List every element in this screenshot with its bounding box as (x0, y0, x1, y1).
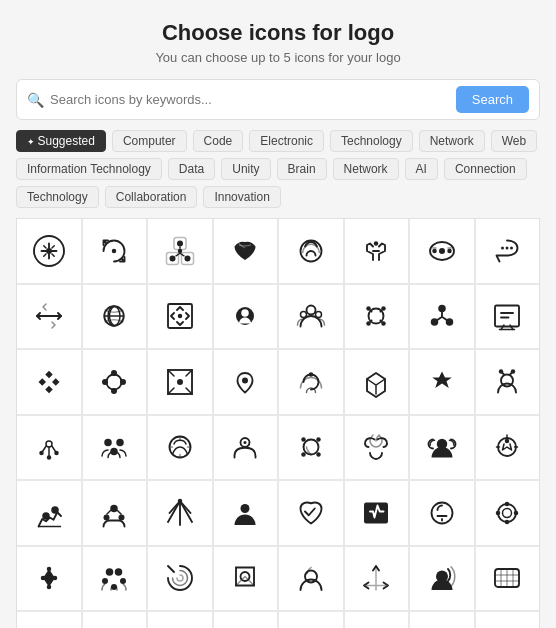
icon-cell[interactable] (345, 285, 409, 349)
tag-code[interactable]: Code (193, 130, 244, 152)
icon-cell[interactable] (83, 285, 147, 349)
tag-connection[interactable]: Connection (444, 158, 527, 180)
tag-network[interactable]: Network (419, 130, 485, 152)
svg-point-92 (178, 499, 183, 504)
svg-point-105 (47, 585, 52, 590)
icon-cell[interactable] (17, 350, 81, 414)
svg-point-3 (177, 240, 183, 246)
tag-innovation[interactable]: Innovation (203, 186, 280, 208)
icon-cell[interactable] (83, 350, 147, 414)
icon-cell[interactable] (410, 612, 474, 628)
icon-cell[interactable] (17, 416, 81, 480)
icon-cell[interactable] (148, 612, 212, 628)
tag-data[interactable]: Data (168, 158, 215, 180)
svg-point-26 (178, 314, 183, 319)
tag-web[interactable]: Web (491, 130, 537, 152)
svg-point-57 (309, 372, 314, 377)
svg-point-75 (301, 453, 306, 458)
icon-cell[interactable] (476, 285, 540, 349)
icon-cell[interactable] (17, 219, 81, 283)
tag-electronic[interactable]: Electronic (249, 130, 324, 152)
svg-point-65 (105, 439, 113, 447)
search-button[interactable]: Search (456, 86, 529, 113)
icon-cell[interactable] (410, 219, 474, 283)
icon-cell[interactable] (17, 481, 81, 545)
svg-point-98 (496, 511, 501, 516)
icon-cell[interactable] (279, 416, 343, 480)
icon-cell[interactable] (83, 481, 147, 545)
icon-cell[interactable] (148, 481, 212, 545)
icon-cell[interactable] (214, 219, 278, 283)
icon-cell[interactable] (17, 612, 81, 628)
icon-cell[interactable] (214, 285, 278, 349)
tag-technology[interactable]: Technology (330, 130, 413, 152)
svg-point-5 (184, 255, 190, 261)
tag-information-technology[interactable]: Information Technology (16, 158, 162, 180)
svg-point-72 (301, 438, 306, 443)
svg-point-29 (306, 306, 315, 315)
svg-point-30 (300, 312, 306, 318)
icon-cell[interactable] (279, 481, 343, 545)
icon-cell[interactable] (214, 481, 278, 545)
icon-cell[interactable] (410, 547, 474, 611)
icon-cell[interactable] (476, 416, 540, 480)
svg-point-99 (514, 511, 519, 516)
svg-line-85 (107, 510, 112, 515)
icon-cell[interactable] (214, 350, 278, 414)
icon-cell[interactable] (17, 285, 81, 349)
svg-point-104 (47, 567, 52, 572)
icon-cell[interactable] (279, 547, 343, 611)
tag-ai[interactable]: AI (405, 158, 438, 180)
icon-cell[interactable] (148, 285, 212, 349)
tag-brain[interactable]: Brain (277, 158, 327, 180)
tag-computer[interactable]: Computer (112, 130, 187, 152)
icon-cell[interactable] (214, 547, 278, 611)
icon-cell[interactable] (279, 612, 343, 628)
icon-cell[interactable] (345, 481, 409, 545)
svg-point-14 (374, 241, 379, 246)
svg-point-97 (503, 508, 512, 517)
svg-point-28 (242, 310, 250, 318)
icon-cell[interactable] (345, 219, 409, 283)
page-subtitle: You can choose up to 5 icons for your lo… (16, 50, 540, 65)
icon-cell[interactable] (148, 350, 212, 414)
icon-cell[interactable] (279, 285, 343, 349)
svg-point-55 (177, 379, 183, 385)
icon-cell[interactable] (410, 350, 474, 414)
icon-cell[interactable] (476, 612, 540, 628)
svg-point-16 (432, 249, 437, 254)
icon-cell[interactable] (17, 547, 81, 611)
icon-cell[interactable] (83, 416, 147, 480)
icon-cell[interactable] (279, 219, 343, 283)
svg-point-2 (112, 249, 117, 254)
tag-suggested[interactable]: ✦ Suggested (16, 130, 106, 152)
icon-cell[interactable] (345, 547, 409, 611)
tag-unity[interactable]: Unity (221, 158, 270, 180)
icon-cell[interactable] (279, 350, 343, 414)
icon-cell[interactable] (148, 219, 212, 283)
search-input[interactable] (50, 92, 456, 107)
icon-cell[interactable] (148, 416, 212, 480)
icon-cell[interactable] (410, 481, 474, 545)
icon-cell[interactable] (345, 416, 409, 480)
icon-cell[interactable] (83, 547, 147, 611)
svg-line-86 (117, 510, 122, 515)
tag-network[interactable]: Network (333, 158, 399, 180)
icon-cell[interactable] (476, 350, 540, 414)
tag-technology[interactable]: Technology (16, 186, 99, 208)
tag-collaboration[interactable]: Collaboration (105, 186, 198, 208)
icon-cell[interactable] (410, 285, 474, 349)
icon-cell[interactable] (214, 612, 278, 628)
icon-cell[interactable] (476, 481, 540, 545)
icon-cell[interactable] (148, 547, 212, 611)
icon-cell[interactable] (214, 416, 278, 480)
svg-point-103 (53, 576, 58, 581)
icon-cell[interactable] (476, 219, 540, 283)
icon-cell[interactable] (410, 416, 474, 480)
icon-cell[interactable] (345, 350, 409, 414)
svg-point-20 (506, 246, 509, 249)
icon-cell[interactable] (83, 612, 147, 628)
icon-cell[interactable] (345, 612, 409, 628)
icon-cell[interactable] (476, 547, 540, 611)
icon-cell[interactable] (83, 219, 147, 283)
